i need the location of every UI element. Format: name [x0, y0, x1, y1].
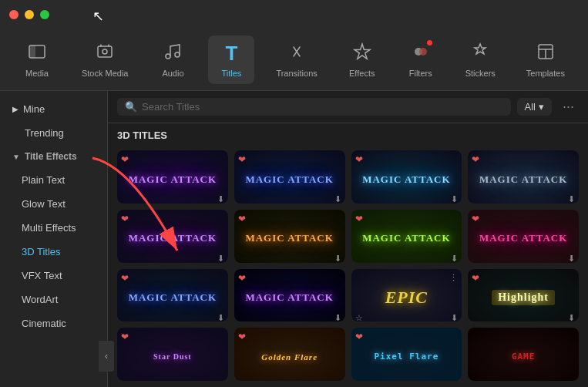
card-game[interactable]: GAMEGame — [468, 328, 579, 381]
card-thumb-text: MAGIC ATTACK — [129, 173, 217, 186]
media-icon — [28, 42, 46, 66]
heart-icon[interactable]: ❤ — [121, 214, 129, 224]
download-icon[interactable]: ⬇ — [451, 194, 458, 204]
heart-icon[interactable]: ❤ — [355, 214, 363, 224]
sidebar-item-vfx-text[interactable]: VFX Text — [0, 264, 107, 288]
card-thumb-mp05: ❤MAGIC ATTACK⬇ — [117, 269, 228, 322]
download-icon[interactable]: ⬇ — [451, 254, 458, 263]
collapse-icon: ‹ — [105, 351, 108, 362]
svg-rect-2 — [98, 46, 112, 57]
card-mp06[interactable]: ❤MAGIC ATTACK⬇Magic Particle Title 06 — [234, 269, 345, 322]
sidebar-item-cinematic[interactable]: Cinematic — [0, 311, 107, 335]
download-icon[interactable]: ⬇ — [217, 194, 224, 204]
close-button[interactable] — [9, 10, 18, 19]
sidebar-item-wordart[interactable]: WordArt — [0, 288, 107, 311]
download-icon[interactable]: ⬇ — [334, 254, 341, 263]
more-options-button[interactable]: ··· — [558, 97, 579, 116]
stock-media-label: Stock Media — [82, 69, 129, 78]
sidebar-item-trending[interactable]: Trending — [0, 121, 107, 145]
svg-rect-1 — [29, 45, 35, 58]
card-mp02[interactable]: ❤MAGIC ATTACK⬇Magic Particle Title 02 — [117, 210, 228, 263]
download-icon[interactable]: ⬇ — [334, 194, 341, 204]
card-golden-flare[interactable]: ❤Golden FlareGolden Flare — [234, 328, 345, 381]
card-pixel-flare[interactable]: ❤Pixel FlarePixel Flare — [351, 328, 462, 381]
heart-icon[interactable]: ❤ — [355, 154, 363, 165]
card-thumb-mf04: ❤Highlight⬇ — [468, 269, 579, 322]
sidebar-3d-titles-label: 3D Titles — [22, 246, 61, 257]
heart-icon[interactable]: ❤ — [121, 331, 129, 342]
heart-icon[interactable]: ❤ — [121, 154, 129, 165]
content-grid: ❤MAGIC ATTACK⬇Magic Particle Title 10❤MA… — [108, 144, 588, 387]
toolbar-effects[interactable]: Effects — [339, 36, 385, 84]
card-thumb-mp10: ❤MAGIC ATTACK⬇ — [117, 150, 228, 204]
sidebar-collapse-button[interactable]: ‹ — [99, 341, 114, 372]
toolbar-media[interactable]: Media — [14, 36, 60, 84]
card-thumb-text: EPIC — [385, 288, 428, 308]
toolbar-filters[interactable]: Filters — [398, 36, 444, 84]
card-thumb-golden-flare: ❤Golden Flare — [234, 328, 345, 381]
download-icon[interactable]: ⬇ — [568, 254, 575, 263]
heart-icon[interactable]: ❤ — [355, 331, 363, 342]
search-input[interactable] — [142, 101, 503, 113]
card-star-dust[interactable]: ❤Star DustStar Dust — [117, 328, 228, 381]
sidebar-item-multi-effects[interactable]: Multi Effects — [0, 216, 107, 240]
download-icon[interactable]: ⬇ — [451, 313, 458, 322]
card-mp09[interactable]: ❤MAGIC ATTACK⬇Magic Particle Title 09 — [234, 150, 345, 204]
card-star-icon[interactable]: ☆ — [355, 313, 363, 322]
heart-icon[interactable]: ❤ — [472, 214, 479, 224]
chevron-right-icon: ▶ — [12, 105, 18, 113]
sidebar-item-3d-titles[interactable]: 3D Titles — [0, 240, 107, 264]
toolbar-templates[interactable]: Templates — [517, 36, 574, 84]
card-mf01[interactable]: EPIC⋮☆⬇Metal Flare 01 — [351, 269, 462, 322]
card-mp03[interactable]: ❤MAGIC ATTACK⬇Magic Particle Title 03 — [468, 150, 579, 204]
download-icon[interactable]: ⬇ — [217, 254, 224, 263]
toolbar-stickers[interactable]: Stickers — [456, 36, 505, 84]
heart-icon[interactable]: ❤ — [472, 273, 479, 284]
card-thumb-text: MAGIC ATTACK — [362, 232, 450, 244]
card-mp01[interactable]: ❤MAGIC ATTACK⬇Magic Particle Title 01 — [234, 210, 345, 263]
card-mp04[interactable]: ❤MAGIC ATTACK⬇Magic Particle Title 04 — [351, 150, 462, 204]
templates-icon — [536, 42, 555, 66]
card-mf04[interactable]: ❤Highlight⬇Metal Flare 04 — [468, 269, 579, 322]
filter-dropdown[interactable]: All ▾ — [517, 98, 552, 116]
download-icon[interactable]: ⬇ — [568, 194, 575, 204]
svg-point-5 — [175, 52, 180, 57]
sidebar-item-mine[interactable]: ▶ Mine — [0, 97, 107, 121]
sidebar-item-plain-text[interactable]: Plain Text — [0, 168, 107, 192]
download-icon[interactable]: ⬇ — [217, 313, 224, 322]
heart-icon[interactable]: ❤ — [472, 154, 479, 165]
heart-icon[interactable]: ❤ — [238, 154, 246, 165]
card-thumb-mp04: ❤MAGIC ATTACK⬇ — [351, 150, 462, 204]
card-mp05[interactable]: ❤MAGIC ATTACK⬇Magic Particle Title 05 — [117, 269, 228, 322]
maximize-button[interactable] — [40, 10, 49, 19]
titles-label: Titles — [221, 69, 241, 78]
card-thumb-mp03: ❤MAGIC ATTACK⬇ — [468, 150, 579, 204]
toolbar-transitions[interactable]: Transitions — [267, 36, 326, 84]
card-mp08[interactable]: ❤MAGIC ATTACK⬇Magic Particle Title 08 — [351, 210, 462, 263]
toolbar-audio[interactable]: Audio — [150, 36, 196, 84]
download-icon[interactable]: ⬇ — [334, 313, 341, 322]
toolbar-titles[interactable]: T Titles — [208, 35, 254, 84]
toolbar: Media Stock Media Audio T Titles — [0, 29, 588, 91]
card-thumb-mf01: EPIC⋮☆⬇ — [351, 269, 462, 322]
sidebar: ▶ Mine Trending ▼ Title Effects Plain Te… — [0, 91, 108, 387]
sidebar-cinematic-label: Cinematic — [22, 318, 66, 329]
card-more-button[interactable]: ⋮ — [449, 273, 458, 283]
card-mp10[interactable]: ❤MAGIC ATTACK⬇Magic Particle Title 10 — [117, 150, 228, 204]
download-icon[interactable]: ⬇ — [568, 313, 575, 322]
card-thumb-mp06: ❤MAGIC ATTACK⬇ — [234, 269, 345, 322]
card-mp07[interactable]: ❤MAGIC ATTACK⬇Magic Particle Title 07 — [468, 210, 579, 263]
minimize-button[interactable] — [25, 10, 34, 19]
search-bar: 🔍 All ▾ ··· — [108, 91, 588, 123]
sidebar-item-title-effects[interactable]: ▼ Title Effects — [0, 145, 107, 168]
transitions-icon — [287, 42, 306, 66]
heart-icon[interactable]: ❤ — [238, 331, 246, 342]
heart-icon[interactable]: ❤ — [121, 273, 129, 284]
sidebar-item-glow-text[interactable]: Glow Text — [0, 192, 107, 216]
svg-point-7 — [419, 48, 427, 56]
effects-label: Effects — [349, 69, 375, 78]
content-area: 🔍 All ▾ ··· 3D TITLES ❤MAGIC ATTACK⬇Magi… — [108, 91, 588, 387]
heart-icon[interactable]: ❤ — [238, 214, 246, 224]
heart-icon[interactable]: ❤ — [238, 273, 246, 284]
toolbar-stock-media[interactable]: Stock Media — [72, 36, 138, 84]
